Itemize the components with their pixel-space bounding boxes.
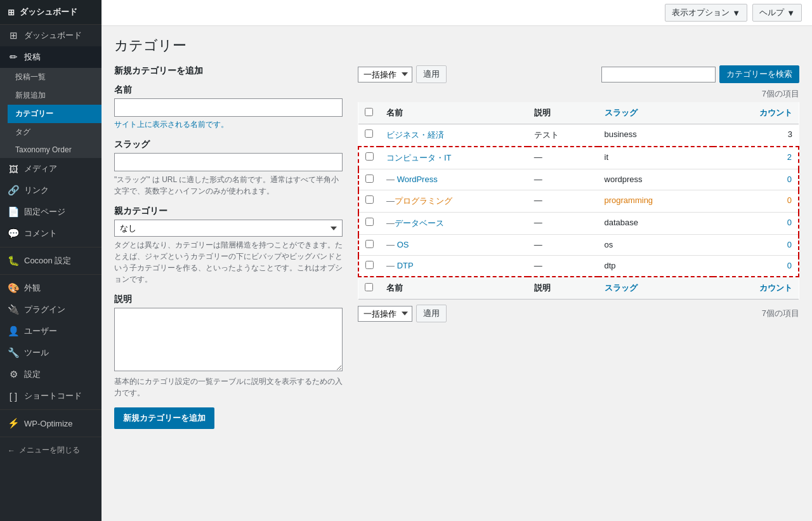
bulk-action-select-bottom[interactable]: 一括操作 bbox=[358, 306, 412, 322]
table-row: — OS — os 0 bbox=[358, 235, 799, 256]
header-slug[interactable]: スラッグ bbox=[598, 102, 713, 124]
search-button[interactable]: カテゴリーを検索 bbox=[719, 65, 799, 83]
slug-input[interactable] bbox=[114, 153, 343, 171]
row-desc: — bbox=[528, 147, 598, 169]
sidebar-item-shortcode[interactable]: [ ] ショートコード bbox=[0, 385, 102, 407]
sidebar-item-tools[interactable]: 🔧 ツール bbox=[0, 342, 102, 364]
sidebar-item-label: リンク bbox=[24, 185, 49, 196]
row-count: 0 bbox=[713, 235, 799, 256]
desc-textarea[interactable] bbox=[114, 308, 343, 371]
sidebar-item-label: タグ bbox=[15, 127, 30, 138]
sidebar-item-plugins[interactable]: 🔌 プラグイン bbox=[0, 299, 102, 320]
row-checkbox bbox=[358, 124, 380, 147]
comments-icon: 💬 bbox=[8, 228, 19, 239]
sidebar-logo[interactable]: ⊞ ダッシュボード bbox=[0, 0, 102, 25]
bulk-action-select-top[interactable]: 一括操作 bbox=[358, 67, 412, 82]
name-input[interactable] bbox=[114, 98, 343, 117]
item-count-top: 7個の項目 bbox=[358, 88, 799, 100]
close-menu-button[interactable]: ← メニューを閉じる bbox=[0, 440, 102, 461]
desc-field-group: 説明 基本的にカテゴリ設定の一覧テーブルに説明文を表示するための入力です。 bbox=[114, 294, 343, 399]
row-name: — WordPress bbox=[380, 169, 528, 190]
row-select-checkbox[interactable] bbox=[365, 152, 374, 161]
select-all-checkbox-top[interactable] bbox=[365, 108, 373, 116]
plugins-icon: 🔌 bbox=[8, 304, 19, 315]
search-input[interactable] bbox=[601, 67, 716, 82]
row-select-checkbox[interactable] bbox=[365, 175, 374, 183]
category-name-link[interactable]: プログラミング bbox=[395, 196, 452, 206]
pages-icon: 📄 bbox=[8, 206, 19, 218]
display-options-button[interactable]: 表示オプション ▼ bbox=[665, 4, 747, 22]
add-category-form: 新規カテゴリーを追加 名前 サイト上に表示される名前です。 スラッグ "スラッグ… bbox=[114, 65, 343, 429]
category-name-link[interactable]: コンピュータ・IT bbox=[386, 153, 452, 162]
row-name: — DTP bbox=[380, 256, 528, 277]
toolbar-left: 一括操作 適用 bbox=[358, 65, 447, 83]
footer-count[interactable]: カウント bbox=[713, 277, 799, 300]
sidebar-item-dashboard[interactable]: ⊞ ダッシュボード bbox=[0, 25, 102, 46]
appearance-icon: 🎨 bbox=[8, 282, 19, 294]
table-row: ビジネス・経済 テスト business 3 bbox=[358, 124, 799, 147]
footer-slug[interactable]: スラッグ bbox=[598, 277, 713, 300]
sidebar-item-taxonomy-order[interactable]: Taxonomy Order bbox=[8, 142, 102, 158]
name-hint: サイト上に表示される名前です。 bbox=[114, 119, 343, 130]
apply-button-top[interactable]: 適用 bbox=[416, 65, 447, 83]
apply-button-bottom[interactable]: 適用 bbox=[416, 305, 447, 322]
row-desc: — bbox=[528, 213, 598, 235]
select-all-checkbox-bottom[interactable] bbox=[365, 283, 373, 291]
sidebar-item-label: 外観 bbox=[24, 282, 41, 294]
row-count: 2 bbox=[713, 147, 799, 169]
categories-table-panel: 一括操作 適用 カテゴリーを検索 7個の項目 bbox=[358, 65, 799, 327]
slug-field-group: スラッグ "スラッグ" は URL に適した形式の名前です。通常はすべて半角小文… bbox=[114, 139, 343, 197]
sidebar-item-appearance[interactable]: 🎨 外観 bbox=[0, 277, 102, 299]
toolbar-right: カテゴリーを検索 bbox=[601, 65, 799, 83]
sidebar-item-users[interactable]: 👤 ユーザー bbox=[0, 320, 102, 342]
parent-select[interactable]: なし bbox=[114, 220, 343, 237]
row-name: ビジネス・経済 bbox=[380, 124, 528, 147]
row-checkbox bbox=[358, 190, 380, 213]
sidebar-item-media[interactable]: 🖼 メディア bbox=[0, 158, 102, 180]
media-icon: 🖼 bbox=[8, 164, 19, 175]
dashboard-icon: ⊞ bbox=[8, 30, 19, 41]
main-content: 表示オプション ▼ ヘルプ ▼ カテゴリー 新規カテゴリーを追加 名前 サイト上… bbox=[102, 0, 812, 521]
sidebar-item-categories[interactable]: カテゴリー bbox=[8, 105, 102, 123]
shortcode-icon: [ ] bbox=[8, 391, 19, 402]
sidebar-item-settings[interactable]: ⚙ 設定 bbox=[0, 364, 102, 385]
help-button[interactable]: ヘルプ ▼ bbox=[752, 4, 802, 22]
category-name-link[interactable]: データベース bbox=[395, 218, 444, 228]
row-checkbox bbox=[358, 256, 380, 277]
sidebar-item-pages[interactable]: 📄 固定ページ bbox=[0, 201, 102, 223]
app-layout: ⊞ ダッシュボード ⊞ ダッシュボード ✏ 投稿 投稿一覧 新規追加 カテゴリー bbox=[0, 0, 812, 521]
categories-table: 名前 説明 スラッグ カウント ビジネス・経済 テスト bbox=[358, 102, 799, 300]
row-select-checkbox[interactable] bbox=[365, 261, 374, 269]
category-name-link[interactable]: OS bbox=[397, 240, 409, 249]
footer-checkbox-col bbox=[358, 277, 380, 300]
row-select-checkbox[interactable] bbox=[365, 218, 374, 226]
table-row: — WordPress — wordpress 0 bbox=[358, 169, 799, 190]
sidebar-item-posts-list[interactable]: 投稿一覧 bbox=[8, 68, 102, 86]
row-name: — OS bbox=[380, 235, 528, 256]
row-slug: programming bbox=[598, 190, 713, 213]
cocoon-icon: 🐛 bbox=[8, 255, 19, 267]
row-desc: — bbox=[528, 190, 598, 213]
sidebar-item-posts[interactable]: ✏ 投稿 bbox=[0, 46, 102, 68]
sidebar-item-label: ショートコード bbox=[24, 390, 82, 402]
row-select-checkbox[interactable] bbox=[365, 240, 374, 248]
table-header-row: 名前 説明 スラッグ カウント bbox=[358, 102, 799, 124]
sidebar-item-wp-optimize[interactable]: ⚡ WP-Optimize bbox=[0, 412, 102, 434]
category-name-link[interactable]: ビジネス・経済 bbox=[386, 130, 444, 140]
row-name: —プログラミング bbox=[380, 190, 528, 213]
chevron-down-icon: ▼ bbox=[732, 8, 740, 18]
name-label: 名前 bbox=[114, 84, 343, 96]
row-select-checkbox[interactable] bbox=[365, 129, 373, 138]
category-name-link[interactable]: DTP bbox=[397, 261, 414, 270]
sidebar-item-comments[interactable]: 💬 コメント bbox=[0, 223, 102, 244]
sidebar-item-label: プラグイン bbox=[24, 304, 65, 315]
header-count[interactable]: カウント bbox=[713, 102, 799, 124]
sidebar-item-label: ユーザー bbox=[24, 326, 57, 337]
row-select-checkbox[interactable] bbox=[365, 195, 374, 204]
submit-button[interactable]: 新規カテゴリーを追加 bbox=[114, 407, 214, 429]
sidebar-item-cocoon[interactable]: 🐛 Cocoon 設定 bbox=[0, 250, 102, 272]
sidebar-item-links[interactable]: 🔗 リンク bbox=[0, 180, 102, 201]
sidebar-item-tags[interactable]: タグ bbox=[8, 123, 102, 142]
category-name-link[interactable]: WordPress bbox=[397, 175, 438, 184]
sidebar-item-posts-new[interactable]: 新規追加 bbox=[8, 86, 102, 105]
